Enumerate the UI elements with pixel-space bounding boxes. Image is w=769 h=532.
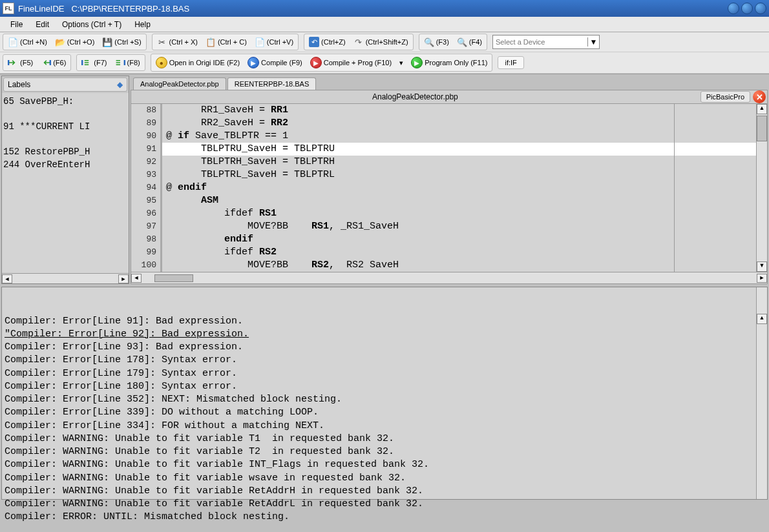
scroll-up-icon[interactable]: ▲: [757, 104, 767, 114]
margin-guide: [674, 104, 675, 272]
app-icon: FL: [3, 3, 14, 14]
copy-icon: 📋: [205, 37, 216, 47]
find-next-button[interactable]: 🔍(F4): [453, 35, 486, 49]
cut-icon: ✂: [157, 37, 167, 47]
scroll-right-icon[interactable]: ►: [118, 274, 129, 283]
menu-file[interactable]: File: [4, 18, 29, 31]
undo-button[interactable]: ↶(Ctrl+Z): [305, 35, 350, 49]
toolbar-row-1: 📄(Ctrl +N) 📂(Ctrl +O) 💾(Ctrl +S) ✂(Ctrl …: [0, 32, 769, 52]
compile-button[interactable]: ▶Compile (F9): [244, 55, 306, 70]
menu-help[interactable]: Help: [128, 18, 157, 31]
find-icon: 🔍: [424, 37, 434, 47]
editor-tabs: AnalogPeakDetector.pbp REENTERPBP-18.BAS: [131, 76, 768, 90]
save-icon: 💾: [102, 37, 112, 47]
scroll-thumb[interactable]: [757, 116, 767, 141]
labels-chevron-icon: ◆: [117, 80, 123, 89]
red-play-icon: ▶: [310, 57, 322, 68]
paste-icon: 📄: [255, 37, 265, 47]
maximize-button[interactable]: [741, 3, 753, 14]
editor-header: AnalogPeakDetector.pbp PicBasicPro ✕: [131, 90, 768, 104]
labels-hscroll[interactable]: ◄ ►: [2, 273, 129, 283]
labels-panel: Labels ◆ 65 SavePBP_H: 91 ***CURRENT LI …: [1, 76, 129, 284]
menu-options[interactable]: Options (Ctrl + T): [56, 18, 128, 31]
app-title: FineLineIDE C:\PBP\REENTERPBP-18.BAS: [18, 4, 189, 14]
new-file-button[interactable]: 📄(Ctrl +N): [4, 35, 51, 49]
redo-button[interactable]: ↷(Ctrl+Shift+Z): [350, 35, 412, 49]
menubar: File Edit Options (Ctrl + T) Help: [0, 17, 769, 32]
stepright-icon: [8, 57, 18, 68]
titlebar: FL FineLineIDE C:\PBP\REENTERPBP-18.BAS: [0, 0, 769, 17]
scroll-thumb[interactable]: [154, 274, 193, 282]
close-editor-button[interactable]: ✕: [753, 90, 766, 103]
tab-reenterpbp[interactable]: REENTERPBP-18.BAS: [227, 77, 317, 90]
console-vscroll[interactable]: ▲: [756, 287, 767, 499]
copy-button[interactable]: 📋(Ctrl + C): [202, 35, 251, 49]
step-f6-button[interactable]: (F6): [37, 56, 70, 70]
program-only-button[interactable]: ▶Program Only (F11): [407, 55, 491, 70]
compiler-output[interactable]: Compiler: Error[Line 91]: Bad expression…: [1, 287, 768, 500]
blue-play-icon: ▶: [248, 57, 259, 68]
paste-button[interactable]: 📄(Ctrl +V): [251, 35, 297, 49]
toolbar-row-2: (F5) (F6) (F7) (F8) ●Open in Origi IDE (…: [0, 52, 769, 74]
svg-rect-3: [123, 60, 125, 65]
svg-rect-1: [50, 60, 51, 65]
device-dropdown-arrow[interactable]: ▼: [587, 37, 599, 46]
scroll-down-icon[interactable]: ▼: [757, 261, 767, 272]
findnext-icon: 🔍: [457, 37, 467, 47]
step-f8-button[interactable]: (F8): [111, 56, 144, 70]
save-file-button[interactable]: 💾(Ctrl +S): [98, 35, 145, 49]
editor-title: AnalogPeakDetector.pbp: [131, 92, 699, 101]
scroll-left-icon[interactable]: ◄: [131, 274, 142, 283]
open-origi-ide-button[interactable]: ●Open in Origi IDE (F2): [152, 55, 244, 70]
editor-vscroll[interactable]: ▲ ▼: [756, 104, 767, 272]
scroll-left-icon[interactable]: ◄: [2, 274, 12, 283]
yellow-circle-icon: ●: [156, 57, 167, 68]
labels-list[interactable]: 65 SavePBP_H: 91 ***CURRENT LI 152 Resto…: [2, 93, 129, 273]
editor-hscroll[interactable]: ◄ ►: [131, 272, 768, 284]
step-f7-button[interactable]: (F7): [78, 56, 111, 70]
menu-edit[interactable]: Edit: [29, 18, 56, 31]
indent-icon: [81, 57, 92, 68]
compiler-badge: PicBasicPro: [701, 91, 750, 103]
green-play-icon: ▶: [411, 57, 423, 68]
code-area[interactable]: RR1_SaveH = RR1 RR2_SaveH = RR2@ if Save…: [162, 104, 756, 272]
close-icon: ✕: [756, 92, 763, 102]
step-f5-button[interactable]: (F5): [4, 56, 37, 70]
tab-analogpeakdetector[interactable]: AnalogPeakDetector.pbp: [133, 77, 226, 90]
minimize-button[interactable]: [728, 3, 739, 14]
find-button[interactable]: 🔍(F3): [420, 35, 453, 49]
if-indicator: if:IF: [498, 56, 523, 69]
redo-icon: ↷: [353, 37, 364, 47]
editor-body[interactable]: 888990919293949596979899100 RR1_SaveH = …: [131, 104, 768, 272]
svg-rect-2: [81, 60, 83, 65]
openfile-icon: 📂: [55, 37, 65, 47]
device-selector[interactable]: ▼: [492, 35, 600, 49]
chevron-down-icon[interactable]: ▾: [399, 59, 403, 67]
scroll-up-icon[interactable]: ▲: [757, 314, 767, 324]
scroll-right-icon[interactable]: ►: [757, 274, 767, 283]
labels-header-text: Labels: [8, 80, 30, 89]
line-gutter: 888990919293949596979899100: [131, 104, 162, 272]
close-window-button[interactable]: [755, 3, 766, 14]
open-file-button[interactable]: 📂(Ctrl +O): [51, 35, 98, 49]
compile-prog-button[interactable]: ▶Compile + Prog (F10) ▾: [306, 55, 408, 70]
svg-rect-0: [8, 60, 9, 65]
labels-dropdown[interactable]: Labels ◆: [3, 77, 127, 92]
newfile-icon: 📄: [8, 37, 18, 47]
outdent-icon: [115, 57, 125, 68]
cut-button[interactable]: ✂(Ctrl + X): [153, 35, 202, 49]
undo-icon: ↶: [309, 37, 319, 47]
device-input[interactable]: [493, 37, 587, 47]
stepleft-icon: [41, 57, 51, 68]
